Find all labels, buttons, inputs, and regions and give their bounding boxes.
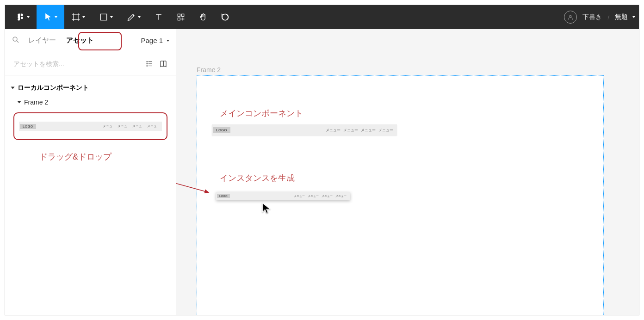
hand-tool-button[interactable] xyxy=(192,5,214,29)
hand-icon xyxy=(198,12,208,22)
file-title-text: 無題 xyxy=(615,13,628,21)
annotation-dragdrop-label: ドラッグ&ドロップ xyxy=(39,151,169,162)
svg-point-15 xyxy=(13,37,17,41)
thumb-logo: LOGO xyxy=(20,124,36,129)
tab-layers[interactable]: レイヤー xyxy=(26,33,58,48)
cursor-arrow-icon xyxy=(43,12,53,22)
chevron-down-icon xyxy=(27,16,30,18)
search-icon[interactable] xyxy=(12,36,20,45)
thumb-menus: メニュー メニュー メニュー メニュー xyxy=(103,124,160,129)
svg-rect-10 xyxy=(178,18,180,20)
book-icon xyxy=(159,60,167,68)
comment-tool-button[interactable] xyxy=(214,5,236,29)
chevron-down-icon xyxy=(110,16,113,18)
main-component-instance[interactable]: LOGO メニュー メニュー メニュー メニュー xyxy=(212,124,397,135)
left-sidebar: レイヤー アセット Page 1 xyxy=(5,29,176,315)
assets-frame-group[interactable]: Frame 2 xyxy=(18,98,169,106)
component-logo: LOGO xyxy=(213,127,230,133)
breadcrumb-separator: / xyxy=(607,14,609,21)
svg-point-5 xyxy=(133,15,134,16)
resources-tool-button[interactable] xyxy=(170,5,192,29)
chevron-down-icon xyxy=(632,16,635,18)
comment-icon xyxy=(221,12,230,22)
rectangle-icon xyxy=(99,12,108,22)
frame-tool-button[interactable] xyxy=(64,5,92,29)
chevron-down-icon xyxy=(82,16,85,18)
file-title-button[interactable]: 無題 xyxy=(615,13,635,21)
svg-rect-8 xyxy=(178,14,180,16)
disclosure-triangle-icon xyxy=(11,87,15,89)
svg-line-16 xyxy=(17,41,19,43)
list-icon xyxy=(145,60,154,68)
mouse-cursor-icon xyxy=(260,202,272,213)
disclosure-triangle-icon xyxy=(18,101,21,104)
resources-icon xyxy=(176,12,186,22)
svg-rect-4 xyxy=(100,14,106,20)
tab-assets[interactable]: アセット xyxy=(64,33,96,48)
text-icon xyxy=(154,12,163,22)
text-tool-button[interactable] xyxy=(148,5,170,29)
pen-tool-button[interactable] xyxy=(120,5,148,29)
instance-menus: メニュー メニュー メニュー メニュー xyxy=(294,194,347,198)
pen-icon xyxy=(127,12,136,22)
svg-point-21 xyxy=(147,65,148,66)
instance-logo: LOGO xyxy=(217,194,230,198)
move-tool-button[interactable] xyxy=(37,5,64,29)
svg-point-19 xyxy=(147,63,148,64)
user-icon xyxy=(567,13,574,21)
library-button[interactable] xyxy=(159,60,167,68)
chevron-down-icon xyxy=(55,16,57,18)
annotation-main-component: メインコンポーネント xyxy=(220,108,303,119)
component-menus: メニュー メニュー メニュー メニュー xyxy=(326,128,393,133)
svg-point-14 xyxy=(570,15,571,17)
svg-rect-9 xyxy=(182,14,184,16)
draft-label[interactable]: 下書き xyxy=(582,13,602,21)
page-selector[interactable]: Page 1 xyxy=(141,37,169,44)
annotation-highlight-component-thumb: LOGO メニュー メニュー メニュー メニュー xyxy=(13,112,167,140)
section-title-text: ローカルコンポーネント xyxy=(18,84,89,92)
chevron-down-icon xyxy=(167,40,169,42)
asset-search-input[interactable] xyxy=(13,60,140,68)
shape-tool-button[interactable] xyxy=(92,5,120,29)
sidebar-tabs: レイヤー アセット Page 1 xyxy=(5,29,176,52)
component-asset-thumbnail[interactable]: LOGO メニュー メニュー メニュー メニュー xyxy=(19,122,162,131)
top-toolbar: 下書き / 無題 xyxy=(5,5,639,29)
frame-icon xyxy=(71,12,80,22)
annotation-instance-label: インスタンスを生成 xyxy=(220,172,295,184)
canvas-frame-label[interactable]: Frame 2 xyxy=(197,66,221,74)
canvas[interactable]: Frame 2 メインコンポーネント LOGO メニュー メニュー メニュー メ… xyxy=(176,29,639,315)
page-selector-label: Page 1 xyxy=(141,37,163,44)
dragged-instance-preview[interactable]: LOGO メニュー メニュー メニュー メニュー xyxy=(216,192,350,200)
local-components-section[interactable]: ローカルコンポーネント xyxy=(12,84,169,92)
frame-name-text: Frame 2 xyxy=(24,98,48,106)
list-view-button[interactable] xyxy=(145,60,154,68)
user-avatar[interactable] xyxy=(564,11,577,24)
svg-point-17 xyxy=(147,61,148,62)
figma-logo-icon xyxy=(16,12,25,22)
chevron-down-icon xyxy=(138,16,141,18)
figma-menu-button[interactable] xyxy=(9,5,37,29)
svg-point-13 xyxy=(222,14,228,20)
